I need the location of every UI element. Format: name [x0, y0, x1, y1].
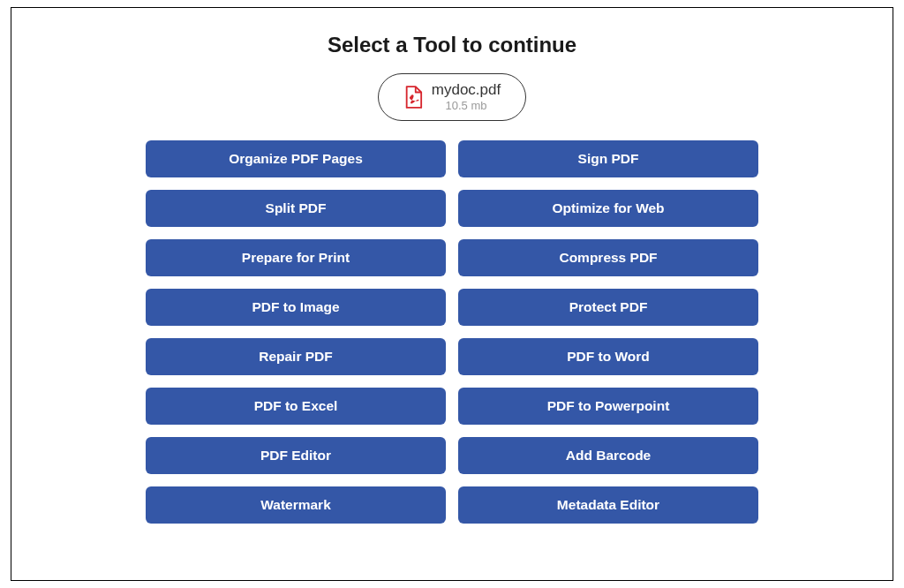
file-size: 10.5 mb	[446, 99, 487, 113]
tool-split-pdf[interactable]: Split PDF	[146, 190, 446, 227]
tool-pdf-to-word[interactable]: PDF to Word	[458, 338, 758, 375]
file-name: mydoc.pdf	[432, 81, 501, 99]
tool-pdf-to-powerpoint[interactable]: PDF to Powerpoint	[458, 388, 758, 425]
tool-grid: Organize PDF Pages Sign PDF Split PDF Op…	[146, 140, 758, 524]
tool-compress-pdf[interactable]: Compress PDF	[458, 239, 758, 276]
tool-add-barcode[interactable]: Add Barcode	[458, 437, 758, 474]
pdf-file-icon	[403, 86, 423, 109]
tool-sign-pdf[interactable]: Sign PDF	[458, 140, 758, 177]
file-info: mydoc.pdf 10.5 mb	[432, 81, 501, 113]
page-title: Select a Tool to continue	[328, 33, 576, 57]
tool-metadata-editor[interactable]: Metadata Editor	[458, 486, 758, 524]
tool-pdf-to-excel[interactable]: PDF to Excel	[146, 388, 446, 425]
app-frame: Select a Tool to continue mydoc.pdf 10.5…	[11, 7, 893, 581]
tool-pdf-editor[interactable]: PDF Editor	[146, 437, 446, 474]
tool-protect-pdf[interactable]: Protect PDF	[458, 289, 758, 326]
tool-pdf-to-image[interactable]: PDF to Image	[146, 289, 446, 326]
tool-watermark[interactable]: Watermark	[146, 486, 446, 524]
file-chip[interactable]: mydoc.pdf 10.5 mb	[378, 73, 526, 121]
tool-optimize-for-web[interactable]: Optimize for Web	[458, 190, 758, 227]
tool-organize-pdf-pages[interactable]: Organize PDF Pages	[146, 140, 446, 177]
tool-repair-pdf[interactable]: Repair PDF	[146, 338, 446, 375]
tool-prepare-for-print[interactable]: Prepare for Print	[146, 239, 446, 276]
